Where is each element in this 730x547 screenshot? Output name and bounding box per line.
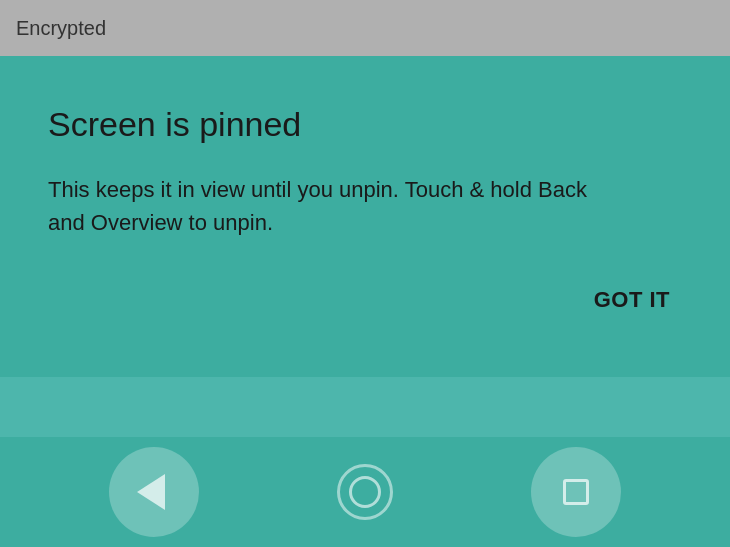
overview-button[interactable] [531, 447, 621, 537]
home-icon [349, 476, 381, 508]
content-wrapper: Screen is pinned This keeps it in view u… [0, 56, 730, 547]
nav-bar [0, 437, 730, 547]
dialog-actions: GOT IT [48, 279, 682, 321]
status-bar: Encrypted [0, 0, 730, 56]
home-button[interactable] [337, 464, 393, 520]
dialog-title: Screen is pinned [48, 104, 682, 145]
got-it-button[interactable]: GOT IT [590, 279, 674, 321]
dialog-container: Screen is pinned This keeps it in view u… [0, 56, 730, 377]
status-bar-title: Encrypted [16, 17, 106, 40]
back-button[interactable] [109, 447, 199, 537]
overview-icon [563, 479, 589, 505]
dialog-body: This keeps it in view until you unpin. T… [48, 173, 608, 239]
back-icon [137, 474, 165, 510]
